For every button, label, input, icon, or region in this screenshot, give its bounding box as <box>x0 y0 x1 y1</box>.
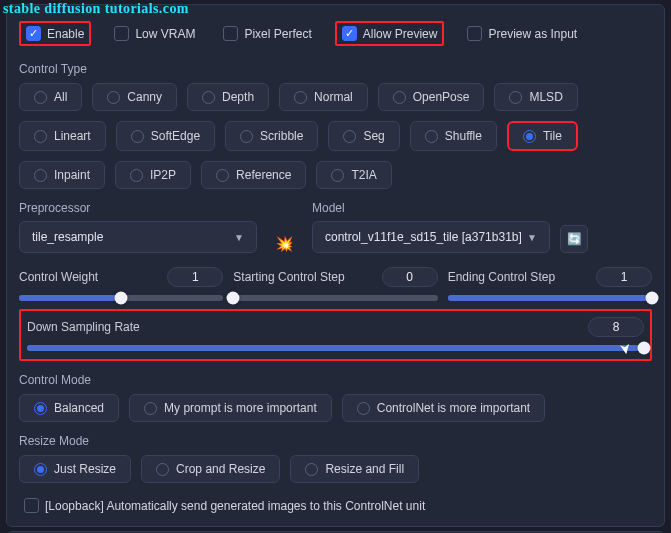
model-select[interactable]: control_v11f1e_sd15_tile [a371b31b] ▼ <box>312 221 550 253</box>
radio-dot-icon <box>156 463 169 476</box>
radio-ip2p[interactable]: IP2P <box>115 161 191 189</box>
slider-track[interactable] <box>448 295 652 301</box>
control-type-radio-group: AllCannyDepthNormalOpenPoseMLSDLineartSo… <box>19 83 652 189</box>
preprocessor-model-row: Preprocessor tile_resample ▼ 💥 Model con… <box>19 201 652 253</box>
radio-controlnet-is-more-important[interactable]: ControlNet is more important <box>342 394 545 422</box>
down-sampling-section: Down Sampling Rate 8 ➤ <box>19 309 652 361</box>
radio-label: SoftEdge <box>151 129 200 143</box>
radio-label: MLSD <box>529 90 562 104</box>
check-icon: ✓ <box>26 26 41 41</box>
radio-dot-icon <box>523 130 536 143</box>
radio-dot-icon <box>425 130 438 143</box>
starting-step-value[interactable]: 0 <box>382 267 438 287</box>
model-heading: Model <box>312 201 550 215</box>
radio-inpaint[interactable]: Inpaint <box>19 161 105 189</box>
loopback-label: [Loopback] Automatically send generated … <box>45 499 425 513</box>
enable-label: Enable <box>47 27 84 41</box>
starting-step-slider[interactable]: Starting Control Step 0 <box>233 267 437 301</box>
radio-lineart[interactable]: Lineart <box>19 121 106 151</box>
control-weight-value[interactable]: 1 <box>167 267 223 287</box>
radio-shuffle[interactable]: Shuffle <box>410 121 497 151</box>
caret-down-icon: ▼ <box>234 232 244 243</box>
radio-dot-icon <box>357 402 370 415</box>
slider-thumb[interactable] <box>227 292 240 305</box>
radio-scribble[interactable]: Scribble <box>225 121 318 151</box>
radio-dot-icon <box>131 130 144 143</box>
resize-mode-heading: Resize Mode <box>19 434 652 448</box>
loopback-checkbox[interactable]: [Loopback] Automatically send generated … <box>19 495 652 516</box>
radio-label: Depth <box>222 90 254 104</box>
radio-all[interactable]: All <box>19 83 82 111</box>
radio-normal[interactable]: Normal <box>279 83 368 111</box>
radio-mlsd[interactable]: MLSD <box>494 83 577 111</box>
radio-seg[interactable]: Seg <box>328 121 399 151</box>
control-type-heading: Control Type <box>19 62 652 76</box>
allow-preview-checkbox[interactable]: ✓ Allow Preview <box>335 21 445 46</box>
radio-dot-icon <box>107 91 120 104</box>
radio-label: ControlNet is more important <box>377 401 530 415</box>
starting-step-label: Starting Control Step <box>233 270 344 284</box>
low-vram-checkbox[interactable]: Low VRAM <box>109 23 200 44</box>
run-preprocessor-icon[interactable]: 💥 <box>267 235 302 253</box>
radio-label: Just Resize <box>54 462 116 476</box>
pixel-perfect-label: Pixel Perfect <box>244 27 311 41</box>
radio-dot-icon <box>34 169 47 182</box>
allow-preview-label: Allow Preview <box>363 27 438 41</box>
radio-dot-icon <box>509 91 522 104</box>
radio-label: IP2P <box>150 168 176 182</box>
radio-label: My prompt is more important <box>164 401 317 415</box>
refresh-models-button[interactable]: 🔄 <box>560 225 588 253</box>
radio-depth[interactable]: Depth <box>187 83 269 111</box>
model-column: Model control_v11f1e_sd15_tile [a371b31b… <box>312 201 550 253</box>
enable-checkbox[interactable]: ✓ Enable <box>19 21 91 46</box>
pixel-perfect-checkbox[interactable]: Pixel Perfect <box>218 23 316 44</box>
slider-thumb[interactable] <box>645 292 658 305</box>
radio-resize-and-fill[interactable]: Resize and Fill <box>290 455 419 483</box>
preview-as-input-checkbox[interactable]: Preview as Input <box>462 23 582 44</box>
radio-canny[interactable]: Canny <box>92 83 177 111</box>
radio-balanced[interactable]: Balanced <box>19 394 119 422</box>
radio-dot-icon <box>34 130 47 143</box>
control-weight-slider[interactable]: Control Weight 1 <box>19 267 223 301</box>
radio-dot-icon <box>34 463 47 476</box>
radio-openpose[interactable]: OpenPose <box>378 83 485 111</box>
radio-label: Lineart <box>54 129 91 143</box>
radio-dot-icon <box>331 169 344 182</box>
radio-t2ia[interactable]: T2IA <box>316 161 391 189</box>
radio-reference[interactable]: Reference <box>201 161 306 189</box>
radio-label: Shuffle <box>445 129 482 143</box>
radio-label: Balanced <box>54 401 104 415</box>
resize-mode-radio-group: Just ResizeCrop and ResizeResize and Fil… <box>19 455 652 483</box>
radio-my-prompt-is-more-important[interactable]: My prompt is more important <box>129 394 332 422</box>
ending-step-value[interactable]: 1 <box>596 267 652 287</box>
radio-dot-icon <box>393 91 406 104</box>
radio-dot-icon <box>34 402 47 415</box>
radio-label: Reference <box>236 168 291 182</box>
watermark-text: stable diffusion tutorials.com <box>3 1 189 17</box>
radio-softedge[interactable]: SoftEdge <box>116 121 215 151</box>
radio-dot-icon <box>294 91 307 104</box>
radio-tile[interactable]: Tile <box>507 121 578 151</box>
radio-dot-icon <box>305 463 318 476</box>
slider-thumb[interactable] <box>638 342 651 355</box>
slider-track[interactable] <box>27 345 644 351</box>
radio-dot-icon <box>34 91 47 104</box>
control-mode-radio-group: BalancedMy prompt is more importantContr… <box>19 394 652 422</box>
ending-step-slider[interactable]: Ending Control Step 1 <box>448 267 652 301</box>
slider-track[interactable] <box>233 295 437 301</box>
radio-dot-icon <box>343 130 356 143</box>
radio-just-resize[interactable]: Just Resize <box>19 455 131 483</box>
down-sampling-value[interactable]: 8 <box>588 317 644 337</box>
radio-dot-icon <box>202 91 215 104</box>
preview-as-input-label: Preview as Input <box>488 27 577 41</box>
radio-crop-and-resize[interactable]: Crop and Resize <box>141 455 280 483</box>
down-sampling-label: Down Sampling Rate <box>27 320 140 334</box>
down-sampling-slider[interactable]: Down Sampling Rate 8 <box>27 317 644 351</box>
model-value: control_v11f1e_sd15_tile [a371b31b] <box>325 230 522 244</box>
slider-track[interactable] <box>19 295 223 301</box>
slider-thumb[interactable] <box>115 292 128 305</box>
radio-label: Inpaint <box>54 168 90 182</box>
control-weight-label: Control Weight <box>19 270 98 284</box>
low-vram-label: Low VRAM <box>135 27 195 41</box>
preprocessor-select[interactable]: tile_resample ▼ <box>19 221 257 253</box>
